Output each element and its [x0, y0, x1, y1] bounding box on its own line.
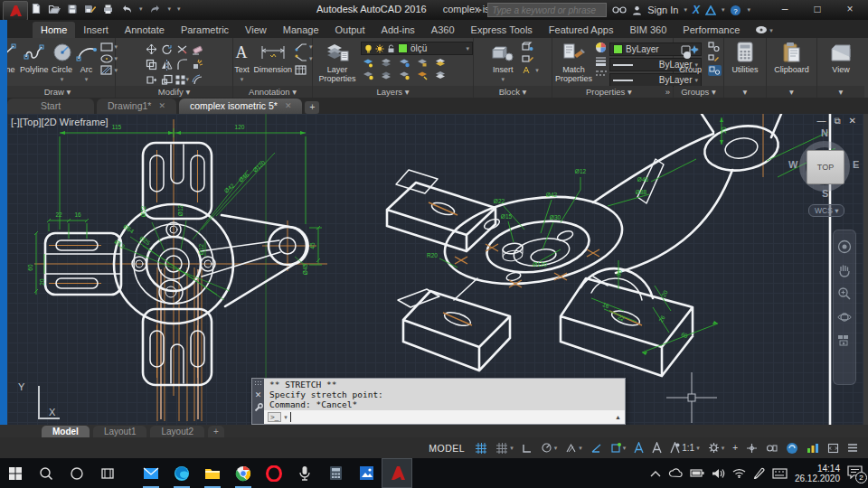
application-menu-button[interactable] [3, 1, 28, 21]
qat-customize-caret[interactable]: ▾ [177, 5, 181, 13]
file-explorer-icon[interactable] [197, 458, 228, 488]
touch-keyboard-icon[interactable] [772, 468, 788, 479]
insert-button[interactable]: Insert▾ [486, 41, 519, 84]
wcs-menu[interactable]: WCS ▾ [808, 204, 844, 217]
layout2-tab[interactable]: Layout2 [150, 426, 204, 437]
ribbon-tab-view[interactable]: View [237, 22, 275, 38]
search-input[interactable] [487, 3, 607, 17]
mirror-tool[interactable] [159, 57, 174, 71]
isometric-drafting-toggle[interactable]: ▾ [562, 439, 585, 456]
close-tab-icon[interactable]: ✕ [285, 99, 292, 114]
layer-on-bulb-icon[interactable] [364, 44, 373, 53]
panel-label-properties[interactable]: Properties ▾ » [552, 86, 673, 98]
palette-customize-wrench-icon[interactable] [254, 403, 263, 412]
workspace-switching-gear[interactable]: ▾ [705, 439, 728, 456]
create-block-tool[interactable] [522, 42, 539, 52]
viewport-restore[interactable]: ⧉ [834, 116, 840, 127]
clipboard-button[interactable]: Clipboard [773, 41, 811, 74]
zoom-icon[interactable] [837, 286, 852, 301]
cortana-icon[interactable] [61, 458, 92, 488]
ribbon-tab-performance[interactable]: Performance [675, 22, 748, 38]
object-snap-toggle[interactable]: ▾ [608, 439, 629, 456]
layer-walk-icon[interactable] [399, 70, 410, 80]
viewport-minimize[interactable]: — [816, 116, 826, 127]
command-palette-grip[interactable]: ✕ [252, 379, 264, 424]
autoscale-toggle[interactable] [649, 439, 665, 456]
pen-icon[interactable] [753, 467, 765, 479]
voice-recorder-icon[interactable] [289, 458, 320, 488]
layer-dropdown-caret[interactable]: ▾ [466, 45, 469, 52]
model-tab[interactable]: Model [42, 426, 90, 437]
layer-freeze-sun-icon[interactable] [375, 44, 384, 53]
group-selection-toggle[interactable] [708, 65, 722, 76]
snap-mode-toggle[interactable]: ▾ [493, 439, 516, 456]
layer-merge-icon[interactable] [435, 70, 446, 80]
stretch-tool[interactable] [144, 72, 158, 87]
pan-hand-icon[interactable] [837, 263, 852, 277]
panel-label-modify[interactable]: Modify ▾ [116, 86, 232, 98]
hardware-acceleration-toggle[interactable] [783, 439, 801, 456]
text-button[interactable]: A Text▾ [232, 41, 250, 84]
undo-dropdown-caret[interactable]: ▾ [139, 5, 143, 13]
ribbon-tab-addins[interactable]: Add-ins [373, 22, 423, 38]
new-layout-button[interactable]: + [208, 426, 224, 437]
taskbar-clock[interactable]: 14:14 26.12.2020 [795, 464, 840, 483]
orbit-icon[interactable] [837, 310, 852, 324]
trim-tool[interactable] [175, 42, 189, 56]
ribbon-tab-home[interactable]: Home [33, 22, 75, 38]
task-view-icon[interactable] [92, 458, 123, 488]
annotation-scale-button[interactable]: 1:1▾ [667, 439, 702, 456]
layer-prev-icon[interactable] [363, 70, 373, 80]
ribbon-tab-output[interactable]: Output [327, 22, 373, 38]
panel-label-draw[interactable]: Draw ▾ [0, 86, 115, 98]
dimension-button[interactable]: Dimension [253, 41, 292, 74]
viewcube-south[interactable]: S [822, 188, 828, 199]
search-binoculars-icon[interactable] [612, 5, 627, 14]
exchange-apps-icon[interactable]: X [693, 4, 700, 16]
file-tab-start[interactable]: Start [7, 99, 94, 114]
polyline-button[interactable]: Polyline [20, 41, 49, 74]
panel-label-utilities[interactable]: ▾ [724, 86, 766, 98]
maximize-button[interactable]: □ [808, 3, 826, 15]
panel-label-view[interactable]: ▾ [817, 86, 864, 98]
wifi-icon[interactable] [732, 468, 746, 478]
rotate-tool[interactable] [159, 42, 174, 56]
copy-tool[interactable] [144, 57, 158, 71]
onedrive-icon[interactable] [668, 468, 683, 479]
table-tool[interactable] [295, 65, 313, 75]
scale-tool[interactable] [159, 72, 174, 87]
new-file-icon[interactable] [31, 3, 42, 14]
layer-properties-button[interactable]: Layer Properties [316, 41, 358, 83]
file-tab-complex-isometric[interactable]: complex isometric 5*✕ [179, 99, 302, 114]
taskbar-search-icon[interactable] [31, 458, 61, 488]
tray-chevron-icon[interactable] [650, 470, 661, 477]
calculator-app-icon[interactable] [320, 458, 351, 488]
save-as-icon[interactable] [84, 4, 96, 14]
object-snap-tracking-toggle[interactable] [588, 439, 605, 456]
showmotion-icon[interactable] [837, 333, 852, 346]
array-tool[interactable]: ▾ [175, 72, 189, 87]
help-icon[interactable]: ? [730, 5, 741, 16]
redo-dropdown-caret[interactable]: ▾ [168, 5, 172, 13]
search-collapse-arrow[interactable]: ▸ [479, 6, 483, 14]
layer-isolate-icon[interactable] [363, 58, 373, 68]
linetype-icon[interactable] [595, 69, 607, 79]
volume-icon[interactable] [712, 468, 725, 479]
command-prompt-badge[interactable]: >_ [268, 412, 281, 422]
layer-match-icon[interactable] [435, 58, 446, 68]
a360-caret[interactable]: ▾ [722, 6, 725, 14]
annotation-visibility-toggle[interactable] [631, 439, 646, 456]
multileader-tool[interactable]: ▾ [295, 53, 313, 63]
sign-in-caret[interactable]: ▾ [684, 6, 687, 14]
ribbon-tab-annotate[interactable]: Annotate [117, 22, 173, 38]
ribbon-tab-parametric[interactable]: Parametric [173, 22, 237, 38]
match-properties-button[interactable]: Match Properties [555, 41, 592, 83]
recent-commands-caret[interactable]: ▾ [284, 414, 288, 421]
ribbon-tab-insert[interactable]: Insert [75, 22, 117, 38]
mail-app-icon[interactable] [136, 458, 166, 488]
model-space-button[interactable]: MODEL [424, 443, 469, 454]
save-icon[interactable] [67, 4, 78, 14]
palette-grip-dots[interactable] [254, 380, 262, 387]
full-navigation-wheel-icon[interactable] [837, 239, 852, 254]
block-attributes-tool[interactable]: ▾ [522, 65, 539, 75]
